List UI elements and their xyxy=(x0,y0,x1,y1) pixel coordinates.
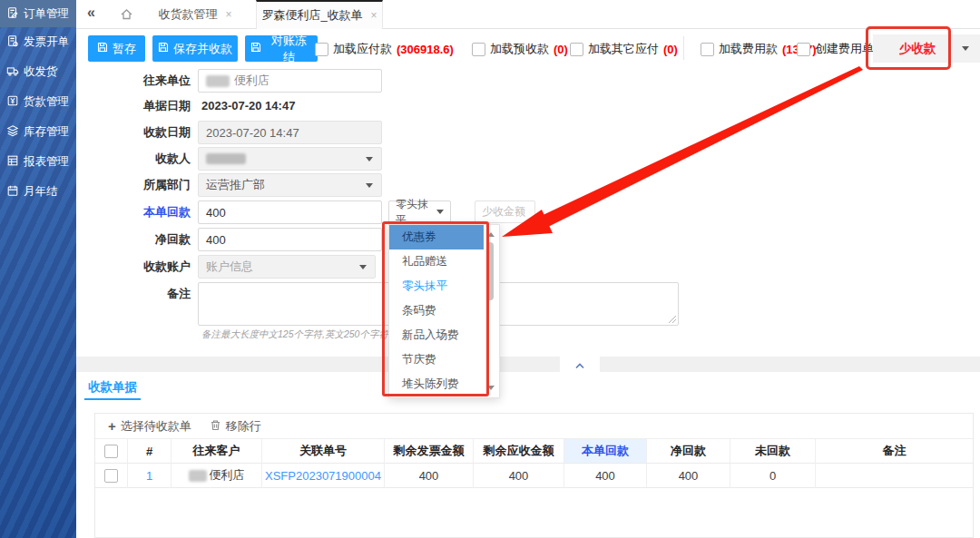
chevron-down-icon xyxy=(366,183,373,188)
dropdown-option-gift[interactable]: 礼品赠送 xyxy=(389,249,484,274)
select-all-checkbox[interactable] xyxy=(104,445,118,458)
save-icon xyxy=(250,42,261,55)
net-amount-input[interactable]: 400 xyxy=(198,228,382,251)
row-customer-value: 便利店 xyxy=(210,467,245,484)
checkbox[interactable] xyxy=(797,43,810,56)
payee-select[interactable] xyxy=(198,147,382,171)
home-icon[interactable] xyxy=(120,7,133,24)
sidebar-item-inventory[interactable]: 库存管理 xyxy=(0,117,76,147)
sidebar-item-month-end[interactable]: 月年结 xyxy=(0,177,76,207)
order-icon xyxy=(6,6,19,22)
row-customer-cell: 便利店 xyxy=(172,464,262,488)
trash-icon xyxy=(210,419,221,434)
save-draft-button[interactable]: 暂存 xyxy=(88,35,145,62)
checkbox-load-prepaid[interactable]: 加载预收款 (0) xyxy=(472,41,568,57)
inventory-icon xyxy=(6,124,19,140)
row-checkbox[interactable] xyxy=(104,469,118,483)
remove-row-button[interactable]: 移除行 xyxy=(210,418,261,435)
dropdown-option-new-product-fee[interactable]: 新品入场费 xyxy=(389,323,484,347)
col-header-remain-invoice: 剩余发票金额 xyxy=(385,439,474,464)
net-amount-label: 净回款 xyxy=(100,228,191,251)
dropdown-option-display-fee[interactable]: 堆头陈列费 xyxy=(389,372,484,396)
sidebar-item-label: 报表管理 xyxy=(24,154,69,170)
plus-icon: + xyxy=(108,419,116,433)
underpay-dropdown-button[interactable]: 少收款 xyxy=(873,34,980,63)
toolbar-divider xyxy=(683,36,684,60)
tab-bar: « 收货款管理 × 罗森便利店_收款单 × xyxy=(76,0,980,29)
row-current-amount: 400 xyxy=(564,464,647,488)
reconcile-freeze-button[interactable]: 对账冻结 xyxy=(245,35,318,62)
scroll-down-icon[interactable] xyxy=(487,386,495,390)
rounding-selected-value: 零头抹平 xyxy=(396,197,431,228)
col-header-index: # xyxy=(128,439,172,464)
scrollbar-thumb[interactable] xyxy=(486,242,494,300)
active-tab-underline xyxy=(84,398,141,400)
net-amount-value: 400 xyxy=(206,233,226,247)
sidebar: 订单管理 发票开单 收发货 货款管理 库存管理 报表管理 月年结 xyxy=(0,0,76,538)
rounding-select[interactable]: 零头抹平 xyxy=(388,201,451,223)
payment-icon xyxy=(6,94,19,110)
sidebar-item-shipping[interactable]: 收发货 xyxy=(0,57,76,87)
checkbox-load-other-payables[interactable]: 加载其它应付 (0) xyxy=(570,41,678,57)
close-icon[interactable]: × xyxy=(371,9,377,22)
redacted-text xyxy=(206,75,230,87)
sidebar-item-invoice[interactable]: 发票开单 xyxy=(0,27,76,57)
chevron-down-icon xyxy=(359,265,367,269)
select-pending-receipt-button[interactable]: + 选择待收款单 xyxy=(108,418,191,435)
table-row: 1 便利店 XSFP2023071900004 400 400 400 400 … xyxy=(95,464,973,488)
table-header-row: # 往来客户 关联单号 剩余发票金额 剩余应收金额 本单回款 净回款 未回款 备… xyxy=(95,439,973,464)
col-header-remark: 备注 xyxy=(816,439,973,464)
save-and-collect-button[interactable]: 保存并收款 xyxy=(152,35,238,62)
checkbox[interactable] xyxy=(701,43,714,56)
underpay-label: 少收款 xyxy=(873,41,962,57)
checkbox[interactable] xyxy=(315,43,328,56)
department-select[interactable]: 运营推广部 xyxy=(198,173,382,197)
dropdown-scrollbar[interactable] xyxy=(485,227,498,396)
doc-date-label: 单据日期 xyxy=(100,94,191,118)
close-icon[interactable]: × xyxy=(225,8,231,21)
partner-value: 便利店 xyxy=(234,73,270,89)
current-amount-input[interactable]: 400 xyxy=(198,201,382,224)
payee-label: 收款人 xyxy=(100,147,191,171)
receipt-date-input[interactable]: 2023-07-20 14:47 xyxy=(198,121,382,144)
reconcile-freeze-label: 对账冻结 xyxy=(266,33,312,65)
doc-date-value: 2023-07-20 14:47 xyxy=(201,94,295,118)
save-draft-label: 暂存 xyxy=(113,41,136,57)
checkbox-count: (306918.6) xyxy=(397,43,454,56)
dropdown-option-coupon[interactable]: 优惠券 xyxy=(389,225,484,249)
row-net-amount: 400 xyxy=(647,464,730,488)
sidebar-item-reports[interactable]: 报表管理 xyxy=(0,147,76,177)
account-select[interactable]: 账户信息 xyxy=(198,255,376,279)
sidebar-item-payment-mgmt[interactable]: 货款管理 xyxy=(0,87,76,117)
checkbox-label: 创建费用单 xyxy=(815,41,874,57)
tab-receipt-doc[interactable]: 罗森便利店_收款单 × xyxy=(256,0,383,29)
underpay-amount-input[interactable]: 少收金额 xyxy=(475,201,535,223)
col-header-unpaid: 未回款 xyxy=(730,439,816,464)
dropdown-option-festival-fee[interactable]: 节庆费 xyxy=(389,347,484,372)
checkbox-load-payables[interactable]: 加载应付款 (306918.6) xyxy=(315,41,454,57)
chevron-down-icon xyxy=(962,46,969,51)
sidebar-item-label: 库存管理 xyxy=(24,124,69,140)
sidebar-item-order-mgmt[interactable]: 订单管理 xyxy=(0,0,76,27)
checkbox[interactable] xyxy=(472,43,485,56)
row-doc-no-link[interactable]: XSFP2023071900004 xyxy=(262,464,385,488)
checkbox-create-fee-doc[interactable]: 创建费用单 xyxy=(797,41,874,57)
current-amount-label: 本单回款 xyxy=(100,201,191,224)
chevron-up-icon xyxy=(574,357,585,373)
tab-receipt-documents[interactable]: 收款单据 xyxy=(88,379,137,396)
scroll-up-icon[interactable] xyxy=(487,232,495,237)
sidebar-item-label: 货款管理 xyxy=(24,94,69,110)
partner-input[interactable]: 便利店 xyxy=(198,69,382,93)
tab-receipt-mgmt[interactable]: 收货款管理 × xyxy=(140,0,250,28)
table-toolbar: + 选择待收款单 移除行 xyxy=(95,414,973,439)
panel-splitter xyxy=(76,357,980,372)
checkbox-count: (0) xyxy=(663,43,678,56)
dropdown-option-barcode-fee[interactable]: 条码费 xyxy=(389,298,484,323)
dropdown-option-rounding[interactable]: 零头抹平 xyxy=(389,274,484,298)
remark-label: 备注 xyxy=(100,282,191,306)
collapse-sidebar-icon[interactable]: « xyxy=(87,5,95,21)
resize-handle[interactable] xyxy=(669,316,676,323)
collapse-panel-button[interactable] xyxy=(560,357,600,372)
checkbox[interactable] xyxy=(570,43,583,56)
row-index-link[interactable]: 1 xyxy=(128,464,172,488)
